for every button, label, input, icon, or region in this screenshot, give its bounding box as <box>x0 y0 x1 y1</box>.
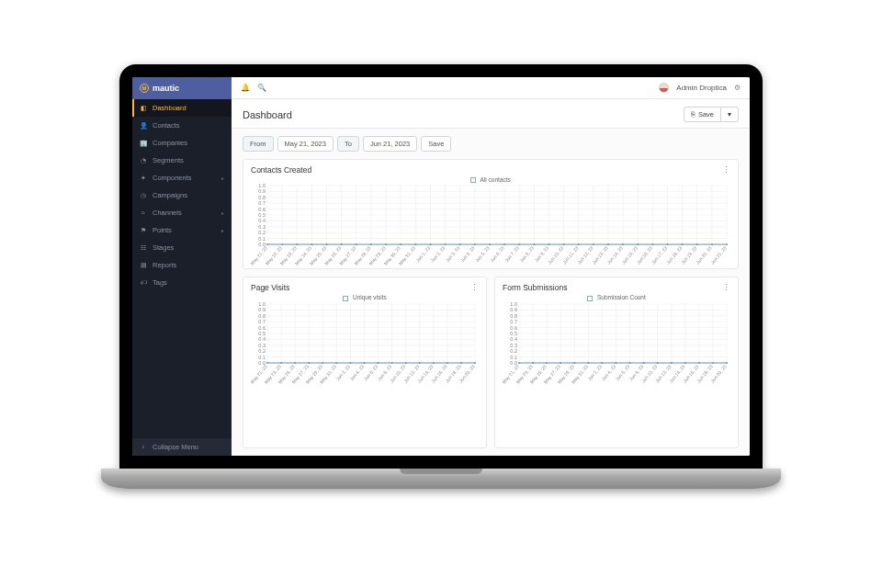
svg-text:0.9: 0.9 <box>258 307 266 312</box>
svg-point-92 <box>356 243 357 245</box>
svg-point-94 <box>385 243 387 245</box>
card-menu-icon[interactable]: ⋮ <box>722 165 730 175</box>
legend-swatch-icon <box>587 296 593 301</box>
dashboard-icon: ◧ <box>140 105 147 112</box>
svg-point-242 <box>518 362 520 364</box>
save-icon: ⎘ <box>691 110 695 119</box>
date-filter: From May 21, 2023 To Jun 21, 2023 Save <box>243 136 739 152</box>
laptop-base <box>101 469 781 489</box>
svg-point-96 <box>414 243 416 245</box>
svg-text:Jun 6, 23: Jun 6, 23 <box>489 245 505 264</box>
svg-text:0.1: 0.1 <box>258 236 266 242</box>
chart-page-visits: 0.00.10.20.30.40.50.60.70.80.91.0May 21,… <box>251 302 479 385</box>
sidebar-item-contacts[interactable]: 👤Contacts <box>132 117 232 134</box>
svg-point-246 <box>573 362 575 364</box>
save-dropdown-button[interactable]: ▾ <box>721 107 739 122</box>
svg-point-111 <box>637 243 639 245</box>
svg-point-174 <box>294 362 296 364</box>
dashboard-body: From May 21, 2023 To Jun 21, 2023 Save C… <box>232 129 750 456</box>
sidebar-item-segments[interactable]: ◔Segments <box>132 152 232 169</box>
svg-point-106 <box>563 243 565 245</box>
svg-text:Jun 8, 23: Jun 8, 23 <box>518 245 535 264</box>
svg-point-173 <box>280 362 282 364</box>
search-icon[interactable]: 🔍 <box>257 84 266 92</box>
sidebar-item-label: Reports <box>153 261 176 269</box>
sidebar-item-points[interactable]: ⚑Points▸ <box>132 221 232 239</box>
svg-point-93 <box>370 243 372 245</box>
sidebar-item-channels[interactable]: ≈Channels▸ <box>132 204 232 221</box>
card-menu-icon[interactable]: ⋮ <box>722 283 730 292</box>
card-contacts-created: Contacts Created ⋮ All contacts 0.00.10.… <box>243 159 739 269</box>
chevron-right-icon: ▸ <box>221 175 224 181</box>
svg-point-105 <box>548 243 549 245</box>
svg-text:0.9: 0.9 <box>510 307 517 312</box>
svg-text:0.7: 0.7 <box>510 319 517 324</box>
svg-text:0.4: 0.4 <box>258 336 266 342</box>
sidebar-item-campaigns[interactable]: ◷Campaigns <box>132 187 232 204</box>
collapse-menu-button[interactable]: ‹ Collapse Menu <box>132 438 232 456</box>
sidebar-item-label: Stages <box>153 243 174 252</box>
user-name[interactable]: Admin Droptica <box>676 84 727 92</box>
svg-point-179 <box>363 362 365 364</box>
svg-point-97 <box>429 243 431 245</box>
svg-point-89 <box>311 243 312 245</box>
svg-text:0.8: 0.8 <box>258 312 266 318</box>
sidebar-item-tags[interactable]: 🏷Tags <box>132 274 232 291</box>
sidebar-item-label: Segments <box>153 156 184 164</box>
gear-icon[interactable]: ⚙ <box>734 84 741 92</box>
svg-point-91 <box>341 243 343 245</box>
legend-label: Submission Count <box>597 294 646 300</box>
chevron-right-icon: ▸ <box>221 209 224 216</box>
svg-text:0.7: 0.7 <box>258 319 266 324</box>
svg-point-87 <box>281 243 283 245</box>
page-header: Dashboard ⎘ Save ▾ <box>232 99 750 129</box>
svg-point-257 <box>726 362 728 364</box>
brand-name: mautic <box>153 84 179 93</box>
legend-swatch-icon <box>343 296 348 301</box>
save-button[interactable]: ⎘ Save <box>684 107 721 122</box>
date-filter-save-button[interactable]: Save <box>421 136 451 152</box>
sidebar-item-reports[interactable]: ▤Reports <box>132 256 232 274</box>
sidebar-item-dashboard[interactable]: ◧Dashboard <box>132 99 232 117</box>
svg-point-180 <box>378 362 379 364</box>
svg-text:0.3: 0.3 <box>258 224 266 230</box>
svg-point-107 <box>578 243 580 245</box>
sidebar-item-label: Channels <box>153 209 182 217</box>
svg-point-114 <box>682 243 684 245</box>
svg-point-244 <box>546 362 548 364</box>
svg-text:Jun 2, 23: Jun 2, 23 <box>429 245 446 264</box>
svg-point-176 <box>322 362 323 364</box>
campaigns-icon: ◷ <box>140 192 147 199</box>
legend-label: Unique visits <box>353 294 387 300</box>
segments-icon: ◔ <box>140 157 147 164</box>
chart-legend: Unique visits <box>251 294 479 300</box>
notifications-icon[interactable]: 🔔 <box>241 84 250 92</box>
svg-point-245 <box>560 362 561 364</box>
sidebar-item-label: Points <box>153 226 172 234</box>
sidebar-item-stages[interactable]: ☷Stages <box>132 239 232 256</box>
sidebar-item-companies[interactable]: 🏢Companies <box>132 134 232 152</box>
date-to-label: To <box>337 136 359 152</box>
sidebar-item-components[interactable]: ✦Components▸ <box>132 169 232 187</box>
sidebar-item-label: Components <box>153 174 192 182</box>
card-title: Form Submissions <box>503 283 730 292</box>
laptop-screen: M mautic ◧Dashboard👤Contacts🏢Companies◔S… <box>119 64 763 469</box>
brand-bar[interactable]: M mautic <box>132 77 232 99</box>
stages-icon: ☷ <box>140 244 147 252</box>
svg-text:Jun 3, 23: Jun 3, 23 <box>445 245 461 264</box>
svg-point-101 <box>489 243 491 245</box>
svg-point-99 <box>459 243 461 245</box>
svg-text:0.7: 0.7 <box>258 200 266 206</box>
avatar[interactable] <box>659 83 669 93</box>
svg-text:Jun 1, 23: Jun 1, 23 <box>414 245 431 264</box>
svg-text:0.8: 0.8 <box>510 312 517 318</box>
card-menu-icon[interactable]: ⋮ <box>470 283 479 292</box>
sidebar: M mautic ◧Dashboard👤Contacts🏢Companies◔S… <box>132 77 232 456</box>
laptop-mockup: M mautic ◧Dashboard👤Contacts🏢Companies◔S… <box>101 64 781 524</box>
svg-text:Jun 7, 23: Jun 7, 23 <box>503 245 520 264</box>
date-to-input[interactable]: Jun 21, 2023 <box>363 136 417 152</box>
svg-text:1.0: 1.0 <box>258 302 266 307</box>
date-from-input[interactable]: May 21, 2023 <box>277 136 334 152</box>
svg-text:0.9: 0.9 <box>258 189 266 195</box>
collapse-menu-label: Collapse Menu <box>153 443 198 451</box>
